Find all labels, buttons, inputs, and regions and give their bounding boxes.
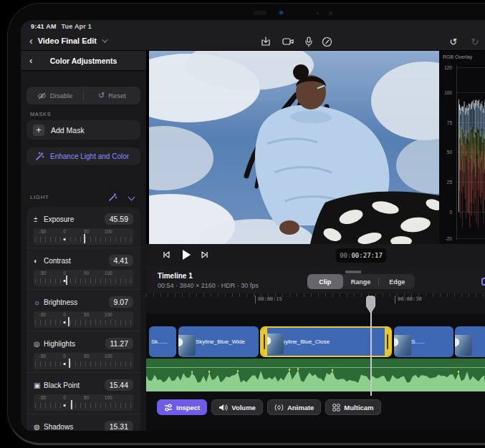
audio-waveform [146,359,485,391]
control-row-shadows: ◍ Shadows 15.31 -50050100 [27,414,140,431]
exposure-value-field[interactable]: 45.59 [105,213,133,225]
contrast-value-field[interactable]: 4.41 [109,255,133,266]
multicam-button[interactable]: Multicam [325,399,380,415]
control-row-brightness: ☼ Brightness 9.07 -50050100 [27,290,140,331]
clip-skyline-blue-wide[interactable]: Skyline_Blue_Wide [178,326,259,357]
timeline-header: Timeline 1 00:54 · 3840 × 2160 · HDR · 3… [146,267,485,293]
clip-skyline-blue-close[interactable]: Skyline_Blue_Close [260,326,392,357]
black-point-icon: ▣ [34,381,44,389]
mode-clip[interactable]: Clip [307,274,343,289]
keyframe-icon [274,404,284,412]
scope-waveform [439,51,485,244]
playhead-line[interactable] [370,312,372,396]
clip-partial-right[interactable] [455,326,485,357]
panel-title: Color Adjustments [21,57,146,65]
volume-button[interactable]: Volume [211,399,263,415]
add-mask-label: Add Mask [51,126,85,135]
app-screen: 9:41 AMTue Apr 1 ‹ Video Final Edit [21,20,485,431]
button-label: Multicam [344,404,373,412]
grid-icon [332,404,340,412]
timeline-options-icon[interactable] [481,278,485,286]
timecode-display[interactable]: 00:00:27:17 [336,248,386,263]
contrast-icon: ◐ [34,257,44,265]
status-time: 9:41 AM [31,23,57,30]
button-label: Volume [231,404,256,412]
front-camera-lens-icon [279,11,283,14]
undo-icon[interactable]: ↺ [447,35,460,48]
microphone-icon[interactable] [302,35,315,48]
edit-mode-control: Clip Range Edge [307,274,415,289]
clip-thumbnail [394,335,411,356]
audio-track[interactable] [146,359,485,391]
viewer-area: RGB Overlay 120 100 75 50 25 0 -20 [146,51,485,244]
control-label: Shadows [44,423,105,431]
button-label: Animate [287,404,314,412]
plus-icon: + [33,125,44,136]
mode-edge[interactable]: Edge [379,274,415,289]
highlights-slider[interactable]: -50050100 [34,353,133,369]
plus-minus-icon: ± [34,215,44,223]
add-mask-button[interactable]: + Add Mask [27,120,140,140]
clip-s-partial[interactable]: S...... [394,326,453,357]
camera-icon[interactable] [282,35,294,48]
play-icon[interactable] [180,248,193,261]
animate-button[interactable]: Animate [267,399,321,415]
control-row-black-point: ▣ Black Point 15.44 -50050100 [27,373,140,414]
top-chrome: 9:41 AMTue Apr 1 ‹ Video Final Edit [21,20,485,51]
control-row-contrast: ◐ Contrast 4.41 -50050100 [27,248,140,290]
black-point-value-field[interactable]: 15.44 [105,379,133,391]
clip-label: Skyline_Blue_Close [279,339,330,345]
reset-icon: ↺ [98,91,105,100]
disable-reset-group: Disable ↺ Reset [27,87,140,104]
control-row-exposure: ± Exposure 45.59 -50050100 [27,207,140,248]
previous-frame-icon[interactable] [162,250,171,259]
masks-section-label: MASKS [30,111,51,117]
timeline-panel: Timeline 1 00:54 · 3840 × 2160 · HDR · 3… [146,267,485,431]
drag-handle[interactable] [345,271,361,273]
transport-bar: 00:00:27:17 [146,244,485,267]
inspect-button[interactable]: Inspect [157,399,207,415]
sensor-dot [329,11,332,15]
black-point-slider[interactable]: -50050100 [34,394,133,411]
highlights-value-field[interactable]: 11.27 [105,338,134,349]
trim-handle-right[interactable] [385,328,390,356]
clip-thumbnail [178,335,196,356]
control-row-highlights: ◎ Highlights 11.27 -50050100 [27,331,140,373]
magic-wand-icon [35,152,44,161]
light-wand-icon[interactable] [108,193,117,202]
enhance-light-color-button[interactable]: Enhance Light and Color [27,147,140,165]
speaker-icon [219,404,228,412]
brightness-slider[interactable]: -50050100 [34,311,133,328]
status-bar: 9:41 AMTue Apr 1 [31,23,92,30]
light-collapse-chevron-icon[interactable] [128,194,135,201]
redo-icon: ↻ [469,35,481,48]
contrast-slider[interactable]: -50050100 [34,270,133,286]
color-adjustments-panel: ‹ Color Adjustments Disable ↺ Reset MASK… [21,51,146,431]
reset-button[interactable]: ↺ Reset [84,91,140,100]
brightness-value-field[interactable]: 9.07 [109,296,133,308]
ruler-label: 00:00:30 [395,296,422,303]
clip-skyline-partial-left[interactable]: Sk...... [149,326,176,357]
import-icon[interactable] [259,35,272,48]
light-controls-card: ± Exposure 45.59 -50050100 ◐ Contrast [27,207,140,431]
timeline-ruler[interactable]: 00:00:15 00:00:30 [146,293,485,313]
control-label: Contrast [44,257,109,265]
pencil-icon[interactable] [320,35,333,48]
video-preview[interactable] [149,51,439,244]
panel-back-icon[interactable]: ‹ [29,55,32,66]
button-label: Inspect [176,404,200,412]
front-camera-housing [254,11,266,15]
mode-range[interactable]: Range [343,274,379,289]
sensor-dot [317,12,319,14]
shadows-value-field[interactable]: 15.31 [105,421,133,431]
trim-handle-left[interactable] [261,328,267,356]
control-label: Brightness [44,298,109,306]
disable-button[interactable]: Disable [27,92,83,99]
next-frame-icon[interactable] [201,250,209,259]
eye-off-icon [37,92,47,99]
control-label: Exposure [44,215,105,223]
ipad-frame: 9:41 AMTue Apr 1 ‹ Video Final Edit [7,3,485,445]
exposure-slider[interactable]: -50050100 [34,228,133,245]
playhead-handle[interactable] [366,296,375,317]
control-label: Black Point [44,381,105,389]
